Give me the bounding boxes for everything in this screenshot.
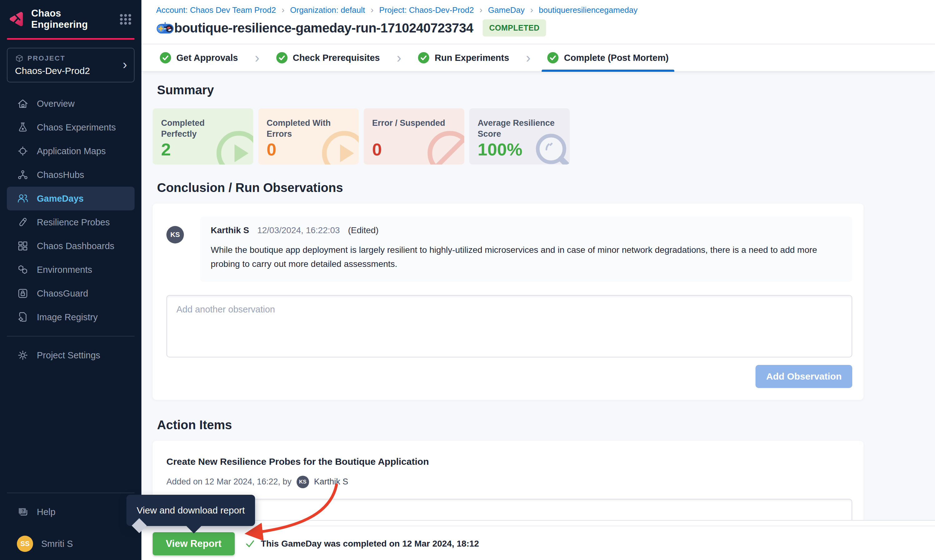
sidebar-item-gamedays[interactable]: GameDays bbox=[7, 187, 135, 211]
action-item-title: Create New Resilience Probes for the Bou… bbox=[166, 456, 852, 467]
check-circle-icon bbox=[547, 52, 558, 63]
app-switcher-grid-icon[interactable] bbox=[118, 11, 133, 27]
page-title: boutique-resilience-gameday-run-17102407… bbox=[174, 21, 473, 35]
user-menu[interactable]: SS Smriti S bbox=[7, 532, 135, 555]
gameday-stepper: Get Approvals › Check Prerequisites › Ru… bbox=[141, 44, 935, 72]
sidebar-item-overview[interactable]: Overview bbox=[7, 92, 135, 115]
sidebar-item-resilience-probes[interactable]: Resilience Probes bbox=[7, 211, 135, 234]
action-items-panel: Create New Resilience Probes for the Bou… bbox=[153, 441, 864, 521]
project-label: PROJECT bbox=[28, 54, 65, 62]
summary-heading: Summary bbox=[157, 83, 935, 97]
chevron-right-icon: › bbox=[526, 50, 531, 66]
action-item-meta-text: Added on 12 Mar 2024, 16:22, by bbox=[166, 477, 292, 487]
check-circle-icon bbox=[418, 52, 429, 63]
footer-bar: View Report This GameDay was completed o… bbox=[141, 521, 935, 560]
chevron-right-icon: › bbox=[255, 50, 260, 66]
breadcrumb-organization[interactable]: Organization: default bbox=[290, 5, 365, 15]
step-label: Complete (Post Mortem) bbox=[564, 53, 668, 63]
card-value: 0 bbox=[372, 139, 382, 160]
comment-box: Karthik S 12/03/2024, 16:22:03 (Edited) … bbox=[200, 217, 852, 282]
action-item-input[interactable] bbox=[166, 499, 852, 521]
comment-author: Karthik S bbox=[211, 225, 249, 235]
comment-edited-flag: (Edited) bbox=[348, 225, 379, 235]
comment-timestamp: 12/03/2024, 16:22:03 bbox=[257, 225, 340, 235]
completion-status: This GameDay was completed on 12 Mar 202… bbox=[245, 538, 479, 549]
completion-status-text: This GameDay was completed on 12 Mar 202… bbox=[261, 539, 479, 549]
dashboard-icon bbox=[17, 240, 29, 252]
breadcrumb-gameday[interactable]: GameDay bbox=[488, 5, 524, 15]
tab-run-experiments[interactable]: Run Experiments bbox=[414, 44, 513, 71]
help-chat-icon: ? bbox=[17, 506, 29, 518]
breadcrumb-account[interactable]: Account: Chaos Dev Team Prod2 bbox=[156, 5, 276, 15]
tab-complete-post-mortem[interactable]: Complete (Post Mortem) bbox=[543, 44, 672, 71]
card-value: 0 bbox=[267, 139, 276, 160]
sidebar-header: Chaos Engineering bbox=[0, 0, 141, 38]
observation-input[interactable] bbox=[166, 295, 852, 357]
sidebar-item-label: ChaosHubs bbox=[37, 170, 84, 180]
test-tube-icon bbox=[17, 216, 29, 228]
sidebar-item-label: Overview bbox=[37, 98, 75, 109]
project-selector[interactable]: PROJECT Chaos-Dev-Prod2 › bbox=[7, 48, 135, 82]
observation-comment: KS Karthik S 12/03/2024, 16:22:03 (Edite… bbox=[166, 217, 852, 282]
main-area: Account: Chaos Dev Team Prod2 › Organiza… bbox=[141, 0, 935, 560]
observations-heading: Conclusion / Run Observations bbox=[157, 181, 935, 195]
step-label: Run Experiments bbox=[435, 53, 509, 63]
sidebar-nav: Overview Chaos Experiments Application M… bbox=[0, 92, 141, 329]
breadcrumb-gameday-name[interactable]: boutiqueresiliencegameday bbox=[539, 5, 638, 15]
action-item-author: Karthik S bbox=[314, 477, 348, 487]
tooltip-text: View and download report bbox=[137, 505, 245, 516]
sidebar-item-label: Chaos Experiments bbox=[37, 122, 116, 133]
gamepad-icon bbox=[156, 21, 174, 35]
sidebar-item-label: Environments bbox=[37, 265, 92, 275]
sidebar-footer: ? Help SS Smriti S bbox=[0, 486, 141, 560]
sidebar-item-label: ChaosGuard bbox=[37, 288, 88, 299]
card-average-resilience-score: Average Resilience Score 100% bbox=[469, 108, 570, 165]
flask-icon bbox=[17, 122, 29, 133]
sidebar-item-chaos-dashboards[interactable]: Chaos Dashboards bbox=[7, 234, 135, 258]
cube-icon bbox=[15, 54, 24, 63]
step-label: Get Approvals bbox=[176, 53, 238, 63]
action-item-meta: Added on 12 Mar 2024, 16:22, by KS Karth… bbox=[166, 476, 852, 488]
hexagons-icon bbox=[17, 264, 29, 275]
chevron-right-icon: › bbox=[281, 5, 284, 15]
chaos-engineering-logo-icon bbox=[8, 11, 25, 28]
card-label: Completed With Errors bbox=[267, 118, 344, 140]
breadcrumb-project[interactable]: Project: Chaos-Dev-Prod2 bbox=[379, 5, 474, 15]
sidebar-item-label: Resilience Probes bbox=[37, 217, 110, 228]
home-icon bbox=[17, 98, 29, 109]
registry-icon bbox=[17, 311, 29, 323]
project-name: Chaos-Dev-Prod2 bbox=[15, 66, 126, 76]
sidebar-item-project-settings[interactable]: Project Settings bbox=[7, 343, 135, 367]
chevron-right-icon: › bbox=[530, 5, 533, 15]
sidebar-item-label: Help bbox=[37, 507, 55, 517]
svg-text:?: ? bbox=[22, 509, 25, 514]
card-completed-with-errors: Completed With Errors 0 bbox=[258, 108, 359, 165]
sidebar-item-help[interactable]: ? Help bbox=[7, 500, 135, 524]
sidebar-item-image-registry[interactable]: Image Registry bbox=[7, 305, 135, 329]
comment-text: While the boutique app deployment is lar… bbox=[211, 243, 842, 271]
check-icon bbox=[245, 538, 255, 549]
user-name: Smriti S bbox=[41, 539, 73, 549]
sidebar: Chaos Engineering PROJECT Chaos-Dev-Prod… bbox=[0, 0, 141, 560]
sidebar-item-chaosguard[interactable]: ChaosGuard bbox=[7, 282, 135, 305]
sidebar-item-label: Chaos Dashboards bbox=[37, 241, 114, 251]
ban-circle-icon bbox=[425, 128, 464, 165]
app-root: Chaos Engineering PROJECT Chaos-Dev-Prod… bbox=[0, 0, 935, 560]
avatar: SS bbox=[17, 535, 33, 552]
sidebar-item-chaos-experiments[interactable]: Chaos Experiments bbox=[7, 115, 135, 139]
tab-check-prerequisites[interactable]: Check Prerequisites bbox=[272, 44, 384, 71]
tab-get-approvals[interactable]: Get Approvals bbox=[156, 44, 241, 71]
sidebar-item-chaoshubs[interactable]: ChaosHubs bbox=[7, 163, 135, 187]
chevron-right-icon: › bbox=[480, 5, 482, 15]
card-label: Average Resilience Score bbox=[478, 118, 556, 140]
view-report-button[interactable]: View Report bbox=[153, 532, 235, 555]
check-circle-icon bbox=[276, 52, 288, 63]
chevron-right-icon: › bbox=[371, 5, 374, 15]
step-label: Check Prerequisites bbox=[293, 53, 380, 63]
add-observation-button[interactable]: Add Observation bbox=[755, 365, 852, 388]
sidebar-item-application-maps[interactable]: Application Maps bbox=[7, 139, 135, 163]
sidebar-item-environments[interactable]: Environments bbox=[7, 258, 135, 282]
card-completed-perfectly: Completed Perfectly 2 bbox=[153, 108, 253, 165]
chevron-right-icon: › bbox=[397, 50, 401, 66]
accent-divider bbox=[7, 38, 135, 40]
